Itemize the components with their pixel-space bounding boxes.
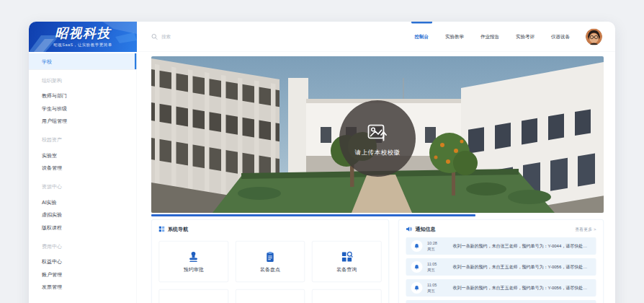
avatar-image bbox=[586, 28, 602, 45]
banner-progress-indicator bbox=[151, 214, 475, 216]
notification-message: 收到一条新的预约，来自张三老师，预约单号为：Y-0044，请尽快处理。 bbox=[453, 243, 591, 250]
sidebar-item-equipment-management[interactable]: 设备管理 bbox=[29, 159, 137, 172]
sidebar: 学校 组织架构 教师与部门 学生与班级 用户组管理 校园资产 实验室 设备管理 … bbox=[29, 52, 137, 303]
sidebar-item-invoice-management[interactable]: 发票管理 bbox=[29, 278, 137, 291]
bell-icon bbox=[414, 243, 420, 249]
tab-console[interactable]: 控制台 bbox=[415, 22, 429, 52]
speaker-icon bbox=[406, 227, 413, 232]
notification-time: 11:05 周五 bbox=[427, 283, 448, 294]
notification-message: 收到一条新的预约，来自王五老师，预约单号为：Y-0056，请尽快处理。 bbox=[453, 285, 591, 291]
tab-homework-report[interactable]: 作业报告 bbox=[480, 22, 499, 52]
brand-subtitle: 昭视SaaS，让实验教学更简单 bbox=[53, 42, 112, 48]
card-label: 装备盘点 bbox=[260, 266, 280, 273]
view-more-link[interactable]: 查看更多 > bbox=[575, 226, 596, 232]
card-label: 预约审批 bbox=[184, 266, 204, 273]
system-nav-header: 系统导航 bbox=[152, 220, 389, 237]
system-nav-title: 系统导航 bbox=[168, 226, 188, 232]
sidebar-item-teachers-departments[interactable]: 教师与部门 bbox=[29, 87, 137, 100]
grid-icon bbox=[159, 227, 165, 232]
notification-item[interactable]: 11:05 周五 收到一条新的预约，来自王五老师，预约单号为：Y-0056，请尽… bbox=[406, 279, 596, 297]
image-upload-icon bbox=[366, 120, 390, 144]
sidebar-section-billing-center: 费用中心 bbox=[29, 231, 137, 252]
avatar[interactable] bbox=[586, 28, 602, 45]
bell-badge bbox=[411, 282, 423, 294]
sidebar-section-organization: 组织架构 bbox=[29, 70, 137, 87]
upload-badge-label: 请上传本校校徽 bbox=[355, 148, 401, 157]
sidebar-item-user-groups[interactable]: 用户组管理 bbox=[29, 112, 137, 125]
sidebar-section-resource-center: 资源中心 bbox=[29, 172, 137, 193]
notifications-title: 通知信息 bbox=[416, 226, 436, 232]
top-bar: 昭视科技 昭视SaaS，让实验教学更简单 控制台 实验教学 作业报告 实验考评 … bbox=[29, 22, 615, 52]
notification-item[interactable]: 11:05 周五 收到一条新的预约，来自王五老师，预约单号为：Y-0056，请尽… bbox=[406, 300, 596, 303]
tab-instruments[interactable]: 仪器设备 bbox=[551, 22, 570, 52]
body-row: 学校 组织架构 教师与部门 学生与班级 用户组管理 校园资产 实验室 设备管理 … bbox=[29, 52, 615, 303]
bell-icon bbox=[414, 264, 420, 270]
sidebar-item-benefits-center[interactable]: 权益中心 bbox=[29, 252, 137, 265]
quick-nav-cards: 预约审批 装备盘点 bbox=[152, 237, 389, 303]
campus-banner: 请上传本校校徽 bbox=[151, 56, 604, 213]
card-equipment-query[interactable]: 装备查询 bbox=[312, 241, 381, 282]
sidebar-item-licensed-courses[interactable]: 版权课程 bbox=[29, 219, 137, 232]
sidebar-item-virtual-experiment[interactable]: 虚拟实验 bbox=[29, 206, 137, 219]
card-row2-2[interactable] bbox=[236, 289, 305, 303]
sidebar-item-account-management[interactable]: 账户管理 bbox=[29, 265, 137, 278]
panels-row: 系统导航 预约审批 bbox=[151, 219, 604, 303]
sidebar-item-laboratory[interactable]: 实验室 bbox=[29, 146, 137, 159]
tab-experiment-teaching[interactable]: 实验教学 bbox=[445, 22, 464, 52]
brand-title: 昭视科技 bbox=[55, 26, 111, 39]
main-content: 请上传本校校徽 系统导航 bbox=[137, 52, 615, 303]
system-nav-panel: 系统导航 预约审批 bbox=[151, 219, 389, 303]
card-row2-1[interactable] bbox=[159, 289, 228, 303]
brand-logo[interactable]: 昭视科技 昭视SaaS，让实验教学更简单 bbox=[29, 22, 137, 52]
stamp-icon bbox=[187, 250, 200, 263]
sidebar-item-ai-experiment[interactable]: AI实验 bbox=[29, 193, 137, 206]
sidebar-section-campus-assets: 校园资产 bbox=[29, 125, 137, 146]
notification-time: 11:05 周五 bbox=[427, 262, 448, 273]
clipboard-icon bbox=[264, 250, 276, 263]
card-reservation-approval[interactable]: 预约审批 bbox=[159, 241, 228, 282]
card-label: 装备查询 bbox=[336, 266, 357, 273]
search-box[interactable] bbox=[151, 33, 255, 40]
grid-search-icon bbox=[341, 250, 353, 263]
notifications-panel: 通知信息 查看更多 > 10:28 bbox=[398, 219, 604, 303]
bell-badge bbox=[411, 240, 423, 252]
notifications-header: 通知信息 查看更多 > bbox=[399, 220, 604, 237]
notification-message: 收到一条新的预约，来自王五老师，预约单号为：Y-0056，请尽快处理。 bbox=[453, 264, 591, 271]
bell-icon bbox=[414, 285, 420, 291]
sidebar-item-school[interactable]: 学校 bbox=[29, 53, 137, 69]
scale-wrapper: 昭视科技 昭视SaaS，让实验教学更简单 控制台 实验教学 作业报告 实验考评 … bbox=[0, 0, 644, 303]
notification-list: 10:28 周五 收到一条新的预约，来自张三老师，预约单号为：Y-0044，请尽… bbox=[399, 237, 604, 303]
top-navigation: 控制台 实验教学 作业报告 实验考评 仪器设备 bbox=[415, 22, 571, 52]
card-equipment-inventory[interactable]: 装备盘点 bbox=[236, 241, 305, 282]
bell-badge bbox=[411, 261, 423, 273]
app-window: 昭视科技 昭视SaaS，让实验教学更简单 控制台 实验教学 作业报告 实验考评 … bbox=[29, 22, 615, 303]
upload-badge-button[interactable]: 请上传本校校徽 bbox=[339, 100, 416, 177]
sidebar-section-data-center: 数据中心 bbox=[29, 291, 137, 303]
notification-item[interactable]: 10:28 周五 收到一条新的预约，来自张三老师，预约单号为：Y-0044，请尽… bbox=[406, 237, 596, 255]
search-icon bbox=[151, 33, 158, 40]
tab-experiment-assessment[interactable]: 实验考评 bbox=[516, 22, 535, 52]
sidebar-item-students-classes[interactable]: 学生与班级 bbox=[29, 100, 137, 113]
desktop-background: 昭视科技 昭视SaaS，让实验教学更简单 控制台 实验教学 作业报告 实验考评 … bbox=[0, 0, 644, 303]
search-input[interactable] bbox=[161, 34, 255, 40]
card-row2-3[interactable] bbox=[312, 289, 381, 303]
notification-time: 10:28 周五 bbox=[427, 241, 448, 252]
notification-item[interactable]: 11:05 周五 收到一条新的预约，来自王五老师，预约单号为：Y-0056，请尽… bbox=[406, 258, 596, 276]
